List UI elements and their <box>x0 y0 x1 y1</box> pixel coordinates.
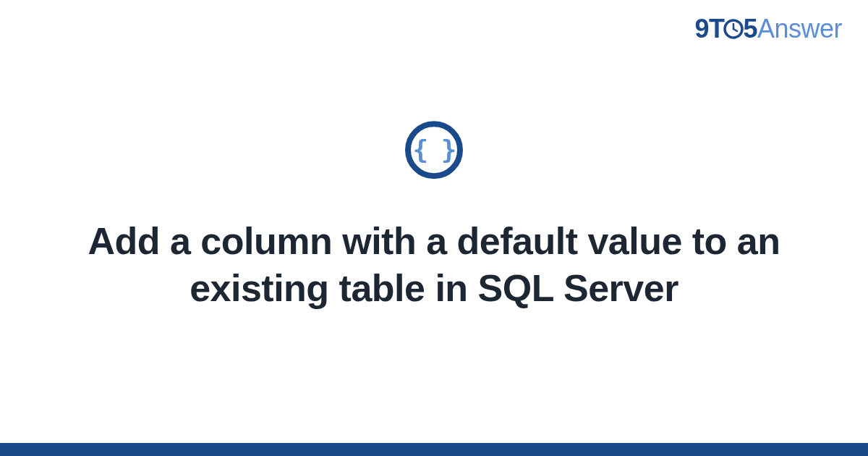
footer-accent-bar <box>0 443 868 456</box>
main-content: { } Add a column with a default value to… <box>0 121 868 312</box>
code-braces-icon: { } <box>405 121 463 179</box>
braces-glyph: { } <box>412 137 455 163</box>
logo-part-9t: 9T <box>694 14 724 43</box>
clock-icon <box>723 18 744 44</box>
site-logo: 9T5Answer <box>694 16 842 44</box>
svg-line-2 <box>733 29 737 31</box>
logo-part-5: 5 <box>743 14 757 43</box>
page-title: Add a column with a default value to an … <box>0 218 868 312</box>
logo-part-answer: Answer <box>757 14 842 43</box>
